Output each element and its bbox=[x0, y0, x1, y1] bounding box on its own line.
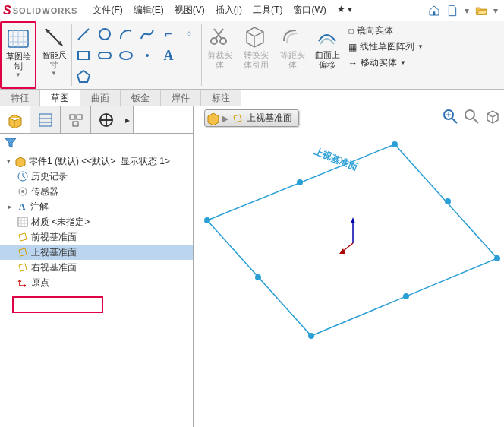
collapse-icon[interactable]: ▾ bbox=[5, 157, 12, 165]
svg-point-37 bbox=[308, 333, 314, 339]
panel-tab-feature-tree[interactable] bbox=[0, 106, 30, 133]
ribbon-right-group: ⎅镜向实体 ▦线性草图阵列▼ ↔移动实体▼ bbox=[345, 21, 427, 89]
text-icon[interactable]: A bbox=[159, 46, 178, 65]
tree-right-label: 右视基准面 bbox=[31, 261, 77, 274]
tree-top-plane[interactable]: 上视基准面 bbox=[0, 245, 193, 260]
trim-button[interactable]: 剪裁实 体 bbox=[202, 21, 237, 89]
smartdim-label: 智能尺 寸 bbox=[42, 50, 67, 70]
point-grid-icon[interactable]: ⁘ bbox=[180, 24, 200, 44]
filter-icon[interactable] bbox=[5, 137, 17, 149]
fillet-icon[interactable]: ⌐ bbox=[159, 24, 178, 44]
tree-history-label: 历史记录 bbox=[31, 170, 68, 183]
tree-sensors[interactable]: 传感器 bbox=[0, 184, 193, 199]
svg-point-38 bbox=[297, 179, 303, 185]
tree-history[interactable]: 历史记录 bbox=[0, 169, 193, 184]
qat-dropdown2-icon[interactable]: ▾ bbox=[493, 5, 498, 16]
svg-line-7 bbox=[78, 29, 89, 40]
menu-more-icon[interactable]: ★ ▾ bbox=[332, 2, 357, 18]
move-label[interactable]: 移动实体 bbox=[361, 56, 397, 69]
tree-front-plane[interactable]: 前视基准面 bbox=[0, 229, 193, 245]
tree-sensors-label: 传感器 bbox=[31, 185, 58, 198]
svg-marker-13 bbox=[77, 71, 90, 82]
svg-rect-16 bbox=[39, 114, 52, 126]
spline-icon[interactable] bbox=[137, 24, 157, 44]
panel-tabs: ▸ bbox=[0, 106, 193, 134]
tree-front-label: 前视基准面 bbox=[31, 231, 77, 244]
tree-annotations[interactable]: ▸ A 注解 bbox=[0, 199, 193, 214]
sketch-label: 草图绘 制 bbox=[6, 52, 31, 71]
linear-label[interactable]: 线性草图阵列 bbox=[360, 40, 414, 53]
tree-origin-label: 原点 bbox=[31, 277, 49, 289]
plane-graphic: 上视基准面 bbox=[194, 122, 504, 425]
ellipse-icon[interactable] bbox=[116, 46, 136, 65]
app-name: SOLIDWORKS bbox=[13, 6, 78, 15]
offset-ent-icon bbox=[281, 24, 304, 50]
home-icon[interactable] bbox=[428, 5, 440, 17]
panel-tab-dimx[interactable] bbox=[91, 106, 121, 133]
plane-icon bbox=[17, 231, 29, 243]
svg-point-34 bbox=[204, 217, 210, 223]
tab-sheetmetal[interactable]: 钣金 bbox=[121, 90, 161, 106]
menu-tools[interactable]: 工具(T) bbox=[248, 2, 287, 18]
tab-weldment[interactable]: 焊件 bbox=[161, 90, 201, 106]
svg-marker-33 bbox=[207, 144, 497, 336]
svg-point-36 bbox=[494, 255, 500, 261]
panel-tab-more-icon[interactable]: ▸ bbox=[121, 106, 134, 133]
qat-dropdown-icon[interactable]: ▾ bbox=[465, 5, 469, 16]
linear-pattern-icon[interactable]: ▦ bbox=[348, 42, 357, 52]
line-icon[interactable] bbox=[74, 24, 93, 44]
menu-bar: 文件(F) 编辑(E) 视图(V) 插入(I) 工具(T) 窗口(W) ★ ▾ bbox=[88, 2, 357, 18]
panel-tab-property[interactable] bbox=[30, 106, 61, 133]
dropdown-icon: ▼ bbox=[51, 70, 57, 77]
mirror-label[interactable]: 镜向实体 bbox=[357, 24, 393, 37]
dropdown-icon: ▼ bbox=[15, 71, 21, 79]
open-icon[interactable] bbox=[475, 5, 487, 17]
origin-icon bbox=[17, 277, 29, 289]
menu-insert[interactable]: 插入(I) bbox=[211, 2, 247, 18]
move-icon[interactable]: ↔ bbox=[348, 58, 358, 68]
arc-icon[interactable] bbox=[116, 24, 136, 44]
smartdim-button[interactable]: 智能尺 寸 ▼ bbox=[36, 21, 71, 89]
point-icon[interactable] bbox=[137, 46, 157, 65]
trim-label: 剪裁实 体 bbox=[207, 50, 232, 70]
menu-file[interactable]: 文件(F) bbox=[88, 2, 127, 18]
tree-root[interactable]: ▾ 零件1 (默认) <<默认>_显示状态 1> bbox=[0, 153, 193, 169]
command-tabs: 特征 草图 曲面 钣金 焊件 标注 bbox=[0, 90, 504, 106]
mirror-icon[interactable]: ⎅ bbox=[348, 26, 354, 36]
offset-ent-label: 等距实 体 bbox=[280, 50, 305, 70]
tab-sketch[interactable]: 草图 bbox=[40, 90, 80, 106]
tree-annotations-label: 注解 bbox=[30, 201, 49, 214]
panel-tab-config[interactable] bbox=[61, 106, 91, 133]
svg-marker-43 bbox=[351, 217, 355, 223]
tree-origin[interactable]: 原点 bbox=[0, 275, 193, 290]
tree-right-plane[interactable]: 右视基准面 bbox=[0, 260, 193, 275]
expand-icon[interactable]: ▸ bbox=[6, 203, 14, 210]
filter-row bbox=[0, 134, 193, 152]
tab-annotate[interactable]: 标注 bbox=[201, 90, 241, 106]
app-logo: S SOLIDWORKS bbox=[3, 4, 77, 17]
menu-view[interactable]: 视图(V) bbox=[170, 2, 209, 18]
offset-ent-button[interactable]: 等距实 体 bbox=[275, 21, 310, 89]
annotation-icon: A bbox=[16, 201, 28, 213]
tree-material[interactable]: 材质 <未指定> bbox=[0, 214, 193, 229]
svg-point-35 bbox=[392, 141, 398, 147]
menu-window[interactable]: 窗口(W) bbox=[288, 2, 330, 18]
svg-point-40 bbox=[403, 293, 409, 299]
slot-icon[interactable] bbox=[95, 46, 115, 65]
ribbon: 草图绘 制 ▼ 智能尺 寸 ▼ ⌐ ⁘ A 剪裁实 体 转换实 体引用 等距实 … bbox=[0, 21, 504, 90]
tab-surface[interactable]: 曲面 bbox=[80, 90, 121, 106]
polygon-icon[interactable] bbox=[74, 67, 93, 87]
tab-feature[interactable]: 特征 bbox=[0, 90, 40, 106]
convert-button[interactable]: 转换实 体引用 bbox=[237, 21, 275, 89]
svg-point-27 bbox=[21, 190, 24, 193]
plane-icon bbox=[17, 261, 29, 274]
sketch-button[interactable]: 草图绘 制 ▼ bbox=[0, 21, 36, 89]
new-doc-icon[interactable] bbox=[446, 5, 458, 17]
tree-top-label: 上视基准面 bbox=[31, 246, 77, 259]
circle-icon[interactable] bbox=[95, 24, 115, 44]
menu-edit[interactable]: 编辑(E) bbox=[129, 2, 169, 18]
offset-surf-button[interactable]: 曲面上 偏移 bbox=[310, 21, 345, 89]
graphics-area[interactable]: ▶ 上视基准面 上视基准面 bbox=[194, 106, 504, 427]
convert-icon bbox=[244, 24, 268, 50]
rect-icon[interactable] bbox=[74, 46, 93, 65]
